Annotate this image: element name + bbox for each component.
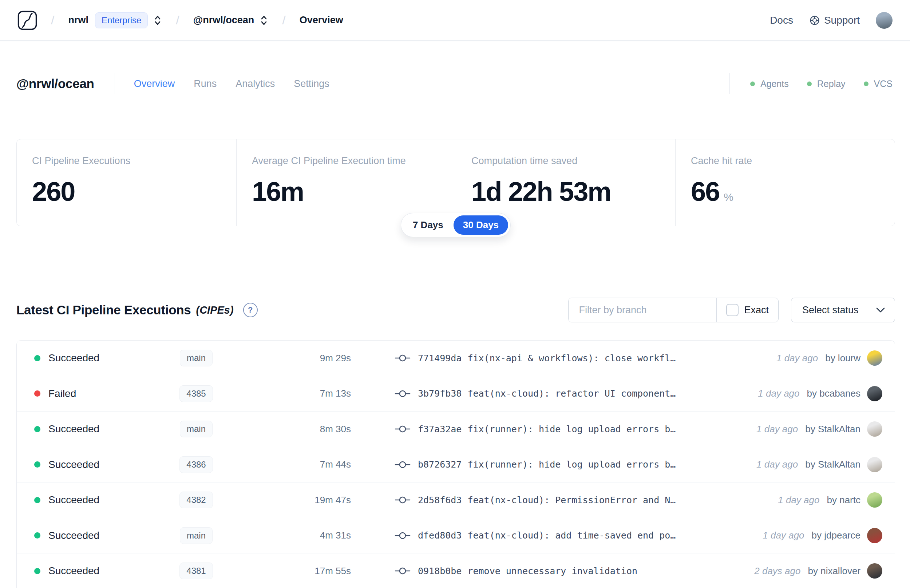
exact-filter: Exact bbox=[716, 298, 778, 322]
tab-runs[interactable]: Runs bbox=[194, 78, 217, 89]
branch-filter-input[interactable] bbox=[569, 298, 716, 322]
branch-badge[interactable]: 4385 bbox=[179, 385, 213, 402]
exact-checkbox[interactable] bbox=[726, 304, 739, 316]
time-ago: 2 days ago bbox=[754, 565, 800, 577]
avatar bbox=[867, 528, 883, 543]
time-ago: 1 day ago bbox=[756, 423, 798, 435]
table-row[interactable]: Succeeded 4386 7m 44s b8726327 fix(runne… bbox=[17, 447, 895, 483]
branch-badge[interactable]: 4386 bbox=[179, 456, 213, 473]
time-ago: 1 day ago bbox=[763, 530, 804, 541]
status-label: Succeeded bbox=[48, 423, 99, 435]
org-switcher-chevron-icon[interactable] bbox=[153, 15, 162, 26]
breadcrumb-separator: / bbox=[282, 13, 285, 27]
green-dot-icon bbox=[807, 81, 812, 86]
avatar bbox=[867, 386, 883, 401]
author: by nartc bbox=[827, 494, 861, 506]
author: by StalkAltan bbox=[805, 423, 860, 435]
section-title-suffix: (CIPEs) bbox=[196, 304, 234, 316]
indicator-agents[interactable]: Agents bbox=[750, 79, 789, 89]
table-row[interactable]: Failed 4385 7m 13s 3b79fb38 feat(nx-clou… bbox=[17, 376, 895, 412]
tab-overview[interactable]: Overview bbox=[134, 78, 175, 89]
help-icon[interactable]: ? bbox=[243, 303, 258, 317]
commit-message: fix(runner): hide log upload errors b… bbox=[467, 424, 676, 435]
branch-badge[interactable]: 4382 bbox=[179, 491, 213, 508]
enterprise-badge: Enterprise bbox=[95, 12, 148, 28]
docs-link[interactable]: Docs bbox=[770, 15, 793, 26]
time-ago: 1 day ago bbox=[776, 352, 818, 364]
table-row[interactable]: Succeeded main 8m 30s f37a32ae fix(runne… bbox=[17, 411, 895, 447]
workspace-switcher-chevron-icon[interactable] bbox=[260, 15, 268, 26]
commit-hash[interactable]: dfed80d3 bbox=[418, 530, 462, 541]
stat-suffix: % bbox=[724, 191, 734, 204]
breadcrumb-org[interactable]: nrwl bbox=[68, 15, 89, 26]
status-dot-icon bbox=[34, 426, 40, 432]
workspace-header: @nrwl/ocean Overview Runs Analytics Sett… bbox=[0, 73, 910, 95]
period-30-days-button[interactable]: 30 Days bbox=[454, 215, 508, 235]
branch-filter-group: Exact bbox=[568, 298, 779, 322]
author: by jdpearce bbox=[812, 530, 860, 541]
avatar bbox=[867, 422, 883, 437]
commit-message: fix(nx-api & workflows): close workfl… bbox=[467, 353, 676, 363]
table-row[interactable]: Succeeded 4381 17m 55s 0918b0be remove u… bbox=[17, 553, 895, 588]
support-link[interactable]: Support bbox=[809, 15, 860, 26]
status-dot-icon bbox=[34, 532, 40, 538]
stat-label: CI Pipeline Executions bbox=[32, 155, 236, 166]
branch-badge[interactable]: main bbox=[180, 350, 213, 367]
duration: 7m 13s bbox=[231, 388, 351, 399]
stat-card-cache-hit-rate: Cache hit rate 66% bbox=[675, 139, 895, 226]
commit-hash[interactable]: 3b79fb38 bbox=[418, 388, 462, 399]
period-7-days-button[interactable]: 7 Days bbox=[403, 215, 453, 235]
green-dot-icon bbox=[864, 81, 868, 86]
life-ring-icon bbox=[809, 15, 820, 26]
stat-label: Computation time saved bbox=[471, 155, 675, 166]
time-ago: 1 day ago bbox=[778, 494, 819, 506]
table-row[interactable]: Succeeded 4382 19m 47s 2d58f6d3 feat(nx-… bbox=[17, 482, 895, 518]
commit-hash[interactable]: 771499da bbox=[418, 353, 462, 363]
status-dot-icon bbox=[34, 568, 40, 574]
duration: 17m 55s bbox=[231, 565, 351, 577]
status-dot-icon bbox=[34, 355, 40, 361]
table-row[interactable]: Succeeded main 9m 29s 771499da fix(nx-ap… bbox=[17, 341, 895, 376]
commit-hash[interactable]: 2d58f6d3 bbox=[418, 495, 462, 506]
feature-indicators: Agents Replay VCS bbox=[729, 73, 892, 94]
commit-message: feat(nx-cloud): refactor UI component… bbox=[467, 388, 676, 399]
git-commit-icon bbox=[394, 353, 411, 363]
table-row[interactable]: Succeeded main 4m 31s dfed80d3 feat(nx-c… bbox=[17, 518, 895, 553]
exact-label: Exact bbox=[744, 305, 769, 316]
breadcrumb-separator: / bbox=[51, 13, 54, 27]
tab-settings[interactable]: Settings bbox=[294, 78, 330, 89]
workspace-tabs: Overview Runs Analytics Settings bbox=[134, 78, 330, 89]
time-ago: 1 day ago bbox=[758, 388, 799, 399]
stat-label: Average CI Pipeline Execution time bbox=[252, 155, 456, 166]
tab-analytics[interactable]: Analytics bbox=[236, 78, 275, 89]
cipe-table: Succeeded main 9m 29s 771499da fix(nx-ap… bbox=[16, 340, 895, 588]
status-select-label: Select status bbox=[802, 305, 859, 316]
status-select-button[interactable]: Select status bbox=[791, 298, 895, 322]
git-commit-icon bbox=[394, 389, 411, 399]
green-dot-icon bbox=[750, 81, 755, 86]
commit-message: feat(nx-cloud): PermissionError and N… bbox=[467, 495, 676, 506]
branch-badge[interactable]: main bbox=[180, 421, 213, 437]
commit-message: feat(nx-cloud): add time-saved end po… bbox=[467, 530, 676, 541]
status-dot-icon bbox=[34, 461, 40, 468]
branch-badge[interactable]: 4381 bbox=[179, 562, 213, 579]
commit-hash[interactable]: 0918b0be bbox=[418, 566, 462, 577]
support-label: Support bbox=[824, 15, 860, 26]
branch-badge[interactable]: main bbox=[180, 527, 213, 544]
user-avatar[interactable] bbox=[876, 12, 892, 29]
avatar bbox=[867, 492, 883, 507]
duration: 7m 44s bbox=[231, 459, 351, 470]
top-navbar: / nrwl Enterprise / @nrwl/ocean / Overvi… bbox=[0, 0, 910, 41]
indicator-replay[interactable]: Replay bbox=[807, 79, 845, 89]
duration: 19m 47s bbox=[231, 494, 351, 506]
breadcrumb-workspace[interactable]: @nrwl/ocean bbox=[193, 15, 254, 26]
duration: 8m 30s bbox=[231, 423, 351, 435]
commit-hash[interactable]: b8726327 bbox=[418, 459, 462, 470]
git-commit-icon bbox=[394, 460, 411, 469]
indicator-vcs[interactable]: VCS bbox=[864, 79, 892, 89]
commit-hash[interactable]: f37a32ae bbox=[418, 424, 462, 435]
author: by bcabanes bbox=[807, 388, 860, 399]
git-commit-icon bbox=[394, 531, 411, 540]
status-label: Succeeded bbox=[48, 565, 99, 577]
nx-cloud-logo-icon[interactable] bbox=[18, 11, 37, 30]
